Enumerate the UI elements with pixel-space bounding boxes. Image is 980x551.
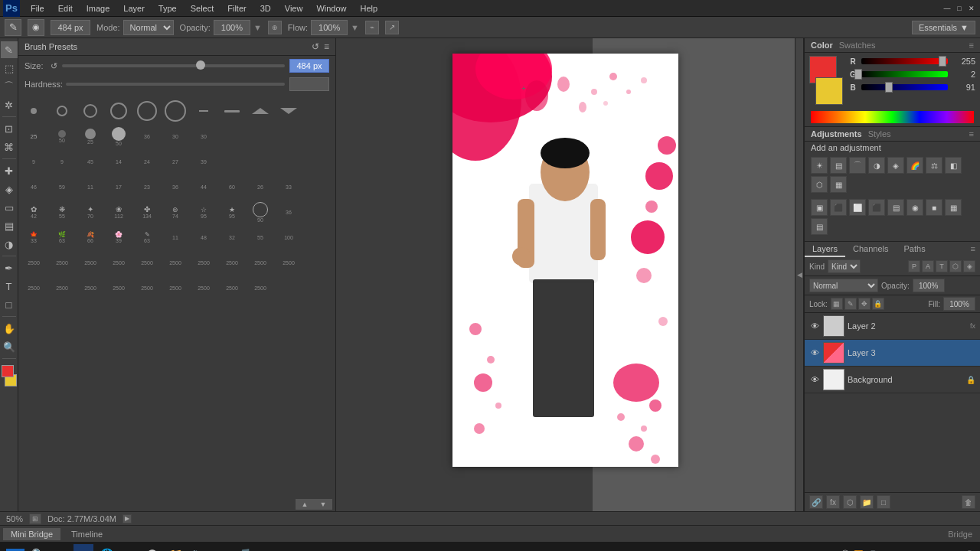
healing-tool[interactable]: ✚ xyxy=(1,162,18,179)
layer-visibility-bg[interactable]: 👁 xyxy=(809,374,820,385)
layer-fill-input[interactable] xyxy=(943,297,975,311)
layers-panel-options[interactable]: ≡ xyxy=(966,242,980,257)
taskbar-cortana-icon[interactable]: ○ xyxy=(51,544,70,551)
status-arrow-button[interactable]: ▶ xyxy=(122,514,132,523)
adj-colorbalance-icon[interactable]: ⚖ xyxy=(926,157,942,174)
adj-exposure-icon[interactable]: ◑ xyxy=(868,157,885,174)
taskbar-app6-icon[interactable]: 🎵 xyxy=(234,544,254,551)
brush-item[interactable]: 2500 xyxy=(220,276,244,300)
brush-item[interactable]: 2500 xyxy=(248,250,273,275)
foreground-color[interactable] xyxy=(2,365,14,377)
brush-item[interactable] xyxy=(106,99,131,123)
brush-item[interactable]: 11 xyxy=(78,174,103,199)
layer-visibility-3[interactable]: 👁 xyxy=(809,347,820,358)
filter-shape-icon[interactable]: ⬡ xyxy=(949,260,962,272)
canvas-container[interactable]: + xyxy=(336,38,795,511)
opacity-input[interactable] xyxy=(214,20,250,35)
menu-edit[interactable]: Edit xyxy=(52,2,79,15)
brush-item[interactable]: 11 xyxy=(163,225,188,249)
text-tool[interactable]: T xyxy=(1,278,18,295)
brush-item[interactable] xyxy=(276,99,301,123)
hardness-value-input[interactable] xyxy=(289,77,329,91)
eraser-tool[interactable]: ▭ xyxy=(1,199,18,216)
background-color-preview[interactable] xyxy=(815,77,843,105)
brush-item[interactable]: 2500 xyxy=(191,276,216,300)
flow-arrow[interactable]: ▼ xyxy=(351,23,359,32)
menu-view[interactable]: View xyxy=(279,2,309,15)
canvas-document[interactable]: + xyxy=(452,54,678,467)
tab-layers[interactable]: Layers xyxy=(805,242,845,257)
dodge-tool[interactable]: ◑ xyxy=(1,236,18,253)
menu-type[interactable]: Type xyxy=(152,2,183,15)
red-slider-thumb[interactable] xyxy=(939,56,946,67)
taskbar-app5-icon[interactable]: ▶ xyxy=(211,544,231,551)
brush-item[interactable]: 24 xyxy=(135,149,159,174)
lock-brush-icon[interactable]: ✎ xyxy=(844,298,857,310)
blue-slider-thumb[interactable] xyxy=(885,82,893,93)
adj-solid-icon[interactable]: ■ xyxy=(926,199,942,216)
lock-checkerboard-icon[interactable]: ▦ xyxy=(831,298,843,310)
brush-item[interactable]: 2500 xyxy=(191,250,216,275)
lock-move-icon[interactable]: ✥ xyxy=(858,298,871,310)
brush-item[interactable]: ❋55 xyxy=(50,200,74,224)
start-button[interactable]: ⊞ xyxy=(6,549,24,552)
brush-item[interactable] xyxy=(220,99,244,123)
brush-item[interactable]: 9 xyxy=(21,149,46,174)
adj-mixer-icon[interactable]: ▦ xyxy=(830,176,847,193)
brush-item[interactable]: 26 xyxy=(248,174,273,199)
adj-levels-icon[interactable]: ▤ xyxy=(830,157,847,174)
adj-invert-icon[interactable]: ⬛ xyxy=(830,199,847,216)
scroll-down-button[interactable]: ▼ xyxy=(314,499,332,510)
brush-item[interactable]: ❀112 xyxy=(106,200,131,224)
taskbar-camera-icon[interactable]: 📷 xyxy=(188,544,208,551)
right-collapse-button[interactable]: ◀ xyxy=(795,38,804,511)
taskbar-ps-icon[interactable]: Ps xyxy=(74,544,93,551)
add-mask-button[interactable]: ⬡ xyxy=(843,495,857,509)
maximize-button[interactable]: □ xyxy=(954,3,965,14)
swatches-tab[interactable]: Swatches xyxy=(839,41,876,50)
reset-size-icon[interactable]: ↺ xyxy=(51,61,57,71)
adj-threshold-icon[interactable]: ⬛ xyxy=(868,199,885,216)
brush-item[interactable]: 46 xyxy=(21,174,46,199)
adj-colorlookup-icon[interactable]: ▣ xyxy=(811,199,828,216)
styles-tab[interactable]: Styles xyxy=(868,129,891,139)
brush-tool-icon[interactable]: ✎ xyxy=(5,19,21,36)
brush-item[interactable] xyxy=(135,99,159,123)
brush-item[interactable]: 36 xyxy=(276,200,301,224)
brush-item[interactable]: 30 xyxy=(191,124,216,148)
brush-item[interactable]: 2500 xyxy=(106,250,131,275)
eyedropper-tool[interactable]: ⌘ xyxy=(1,139,18,155)
brush-item[interactable]: 45 xyxy=(78,149,103,174)
lasso-tool[interactable]: ⌒ xyxy=(1,78,18,95)
link-layers-button[interactable]: 🔗 xyxy=(809,495,823,509)
brush-item[interactable] xyxy=(220,124,244,148)
adj-bw-icon[interactable]: ◧ xyxy=(945,157,962,174)
adj-selective-icon[interactable]: ◉ xyxy=(906,199,923,216)
brush-presets-container[interactable]: 25 50 25 50 36 30 xyxy=(18,96,335,497)
taskbar-search-icon[interactable]: 🔍 xyxy=(28,544,47,551)
adj-hsl-icon[interactable]: 🌈 xyxy=(906,157,923,174)
brush-item[interactable]: 🍂66 xyxy=(78,225,103,249)
menu-layer[interactable]: Layer xyxy=(117,2,151,15)
brush-item[interactable]: ✎63 xyxy=(135,225,159,249)
filter-smart-icon[interactable]: ◈ xyxy=(963,260,975,272)
menu-filter[interactable]: Filter xyxy=(221,2,252,15)
taskbar-chrome-icon[interactable]: ⬤ xyxy=(142,544,162,551)
taskbar-ai-icon[interactable]: Ai xyxy=(119,544,139,551)
brush-item[interactable]: 55 xyxy=(248,225,273,249)
color-panel-title[interactable]: Color xyxy=(811,41,833,50)
brush-item[interactable]: 17 xyxy=(106,174,131,199)
mini-bridge-tab[interactable]: Mini Bridge xyxy=(3,528,60,540)
brush-item[interactable]: 100 xyxy=(276,225,301,249)
brush-item[interactable] xyxy=(21,99,46,123)
layer-opacity-input[interactable] xyxy=(913,279,945,292)
brush-item[interactable]: 36 xyxy=(163,174,188,199)
brush-item[interactable] xyxy=(78,99,103,123)
brush-item[interactable]: 25 xyxy=(78,124,103,148)
zoom-fit-button[interactable]: ⊞ xyxy=(29,514,41,524)
brush-item[interactable]: 25 xyxy=(21,124,46,148)
layer-item-background[interactable]: 👁 Background 🔒 xyxy=(805,367,980,393)
brush-item[interactable] xyxy=(248,99,273,123)
brush-item[interactable]: 2500 xyxy=(276,250,301,275)
brush-tool[interactable]: ✎ xyxy=(1,41,18,58)
